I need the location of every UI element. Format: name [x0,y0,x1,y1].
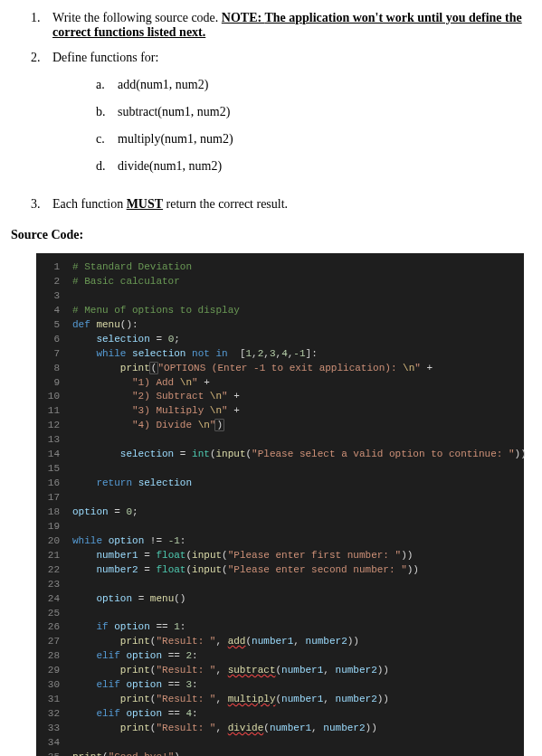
code-content [72,433,524,448]
code-line: 17 [36,491,524,506]
sublist-text: add(num1, num2) [118,78,208,92]
line-number: 26 [36,620,72,635]
code-content: "2) Subtract \n" + [72,390,524,404]
code-content: def menu(): [72,318,524,333]
code-line: 1# Standard Deviation [36,260,524,275]
line-number: 12 [36,419,72,433]
code-line: 27 print("Result: ", add(number1, number… [36,635,524,649]
code-line: 4# Menu of options to display [36,304,524,318]
code-line: 6 selection = 0; [36,333,524,347]
code-line: 19 [36,520,524,534]
code-line: 8 print("OPTIONS (Enter -1 to exit appli… [36,362,524,376]
code-line: 28 elif option == 2: [36,649,524,664]
line-number: 6 [36,333,72,347]
instruction-item-1: 1. Write the following source code. NOTE… [31,11,524,40]
line-number: 13 [36,433,72,448]
code-line: 30 elif option == 3: [36,678,524,693]
instruction-text: Define functions for: [52,51,158,64]
code-content: print("Result: ", subtract(number1, numb… [72,664,524,678]
code-content: selection = 0; [72,333,524,347]
line-number: 5 [36,318,72,333]
code-line: 20while option != -1: [36,534,524,549]
code-content: print("Result: ", divide(number1, number… [72,722,524,736]
code-content [72,491,524,506]
code-line: 13 [36,433,524,448]
code-line: 10 "2) Subtract \n" + [36,390,524,404]
code-line: 33 print("Result: ", divide(number1, num… [36,722,524,736]
list-number: 3. [31,197,52,212]
code-line: 22 number2 = float(input("Please enter s… [36,563,524,578]
line-number: 1 [36,260,72,275]
line-number: 14 [36,448,72,462]
code-content: print("Result: ", add(number1, number2)) [72,635,524,649]
sublist-item: a.add(num1, num2) [96,78,524,92]
line-number: 22 [36,563,72,578]
function-sublist: a.add(num1, num2)b.subtract(num1, num2)c… [96,78,524,174]
code-content [72,736,524,751]
line-number: 7 [36,347,72,362]
code-content: # Basic calculator [72,275,524,289]
code-content [72,607,524,621]
code-content: # Menu of options to display [72,304,524,318]
code-content [72,289,524,304]
line-number: 32 [36,707,72,722]
code-line: 35print("Good-bye!") [36,751,524,756]
list-content: Write the following source code. NOTE: T… [52,11,524,40]
code-line: 29 print("Result: ", subtract(number1, n… [36,664,524,678]
code-line: 26 if option == 1: [36,620,524,635]
code-line: 9 "1) Add \n" + [36,376,524,391]
code-line: 16 return selection [36,477,524,491]
code-content: while option != -1: [72,534,524,549]
sublist-text: subtract(num1, num2) [118,105,230,119]
line-number: 21 [36,549,72,563]
code-content: if option == 1: [72,620,524,635]
sublist-letter: c. [96,132,118,146]
sublist-letter: d. [96,159,118,174]
code-content: elif option == 4: [72,707,524,722]
code-content: "3) Multiply \n" + [72,404,524,419]
line-number: 18 [36,506,72,520]
line-number: 19 [36,520,72,534]
instructions-section: 1. Write the following source code. NOTE… [11,11,524,212]
line-number: 35 [36,751,72,756]
line-number: 23 [36,578,72,592]
line-number: 9 [36,376,72,391]
instruction-text: Write the following source code. [52,11,222,24]
code-line: 12 "4) Divide \n") [36,419,524,433]
code-line: 18option = 0; [36,506,524,520]
list-content: Each function MUST return the correct re… [52,197,524,212]
instruction-text: Each function [52,197,127,211]
line-number: 33 [36,722,72,736]
instruction-item-3: 3. Each function MUST return the correct… [31,197,524,212]
line-number: 28 [36,649,72,664]
code-content [72,462,524,477]
line-number: 29 [36,664,72,678]
code-content: option = menu() [72,592,524,607]
line-number: 3 [36,289,72,304]
code-content: selection = int(input("Please select a v… [72,448,527,462]
code-line: 15 [36,462,524,477]
line-number: 17 [36,491,72,506]
code-content: return selection [72,477,524,491]
code-content: elif option == 3: [72,678,524,693]
line-number: 30 [36,678,72,693]
list-number: 2. [31,51,52,186]
line-number: 25 [36,607,72,621]
instruction-text: return the correct result. [163,197,288,211]
line-number: 10 [36,390,72,404]
line-number: 34 [36,736,72,751]
code-editor: 1# Standard Deviation2# Basic calculator… [36,253,524,756]
line-number: 20 [36,534,72,549]
code-content: # Standard Deviation [72,260,524,275]
code-content: while selection not in [1,2,3,4,-1]: [72,347,524,362]
line-number: 31 [36,693,72,707]
code-content: number1 = float(input("Please enter firs… [72,549,524,563]
line-number: 2 [36,275,72,289]
sublist-item: d.divide(num1, num2) [96,159,524,174]
line-number: 15 [36,462,72,477]
sublist-item: b.subtract(num1, num2) [96,105,524,119]
list-content: Define functions for: a.add(num1, num2)b… [52,51,524,186]
line-number: 11 [36,404,72,419]
code-content: elif option == 2: [72,649,524,664]
sublist-text: multiply(num1, num2) [118,132,233,146]
